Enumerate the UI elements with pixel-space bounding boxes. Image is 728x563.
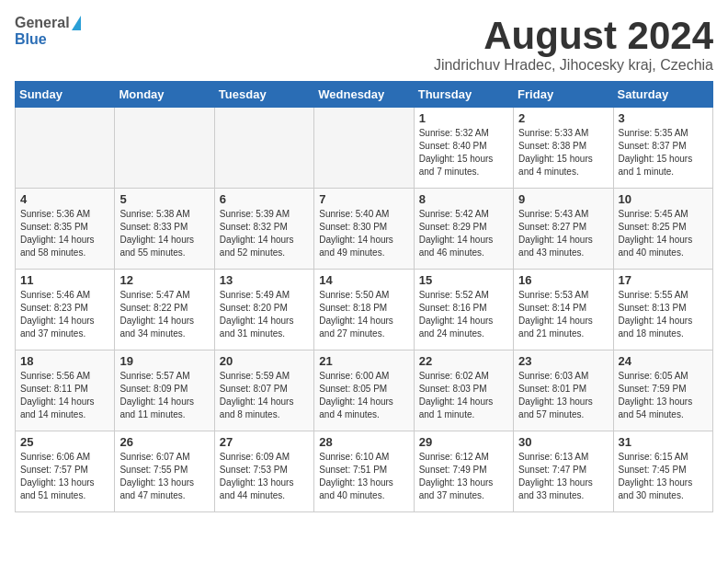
- day-number: 25: [20, 435, 109, 449]
- calendar-cell: [314, 108, 414, 189]
- calendar-cell: 8Sunrise: 5:42 AMSunset: 8:29 PMDaylight…: [414, 189, 513, 270]
- day-number: 19: [119, 354, 209, 368]
- day-info: Sunrise: 6:07 AMSunset: 7:55 PMDaylight:…: [119, 451, 209, 502]
- day-info: Sunrise: 5:40 AMSunset: 8:30 PMDaylight:…: [319, 208, 408, 259]
- day-number: 8: [419, 192, 508, 206]
- day-info: Sunrise: 5:59 AMSunset: 8:07 PMDaylight:…: [220, 370, 309, 421]
- day-number: 28: [319, 435, 408, 449]
- week-row-2: 4Sunrise: 5:36 AMSunset: 8:35 PMDaylight…: [16, 189, 713, 270]
- day-info: Sunrise: 6:02 AMSunset: 8:03 PMDaylight:…: [419, 370, 508, 421]
- calendar-cell: 13Sunrise: 5:49 AMSunset: 8:20 PMDayligh…: [214, 270, 313, 350]
- logo-general: General: [15, 15, 70, 31]
- day-info: Sunrise: 6:05 AMSunset: 7:59 PMDaylight:…: [619, 370, 708, 421]
- day-info: Sunrise: 5:42 AMSunset: 8:29 PMDaylight:…: [419, 208, 508, 259]
- day-header-friday: Friday: [514, 82, 613, 108]
- day-number: 24: [619, 354, 708, 368]
- day-number: 29: [419, 435, 508, 449]
- logo-triangle-icon: [72, 16, 81, 30]
- day-number: 14: [319, 273, 408, 287]
- page-header: General Blue August 2024 Jindrichuv Hrad…: [15, 15, 713, 74]
- day-number: 18: [20, 354, 109, 368]
- week-row-4: 18Sunrise: 5:56 AMSunset: 8:11 PMDayligh…: [16, 350, 713, 431]
- day-info: Sunrise: 5:57 AMSunset: 8:09 PMDaylight:…: [119, 370, 209, 421]
- day-info: Sunrise: 6:15 AMSunset: 7:45 PMDaylight:…: [619, 451, 708, 502]
- day-info: Sunrise: 5:45 AMSunset: 8:25 PMDaylight:…: [619, 208, 708, 259]
- calendar-cell: 9Sunrise: 5:43 AMSunset: 8:27 PMDaylight…: [514, 189, 613, 270]
- calendar-cell: 3Sunrise: 5:35 AMSunset: 8:37 PMDaylight…: [613, 108, 712, 189]
- day-number: 16: [518, 273, 608, 287]
- day-info: Sunrise: 5:39 AMSunset: 8:32 PMDaylight:…: [220, 208, 309, 259]
- week-row-1: 1Sunrise: 5:32 AMSunset: 8:40 PMDaylight…: [16, 108, 713, 189]
- calendar-cell: 31Sunrise: 6:15 AMSunset: 7:45 PMDayligh…: [613, 431, 712, 512]
- calendar-cell: 12Sunrise: 5:47 AMSunset: 8:22 PMDayligh…: [115, 270, 214, 350]
- calendar-cell: 1Sunrise: 5:32 AMSunset: 8:40 PMDaylight…: [414, 108, 513, 189]
- day-info: Sunrise: 6:03 AMSunset: 8:01 PMDaylight:…: [518, 370, 608, 421]
- day-header-tuesday: Tuesday: [214, 82, 313, 108]
- day-number: 21: [319, 354, 408, 368]
- day-info: Sunrise: 5:43 AMSunset: 8:27 PMDaylight:…: [518, 208, 608, 259]
- day-number: 9: [518, 192, 608, 206]
- calendar-cell: 4Sunrise: 5:36 AMSunset: 8:35 PMDaylight…: [16, 189, 115, 270]
- calendar-cell: 25Sunrise: 6:06 AMSunset: 7:57 PMDayligh…: [16, 431, 115, 512]
- calendar-cell: 30Sunrise: 6:13 AMSunset: 7:47 PMDayligh…: [514, 431, 613, 512]
- day-number: 31: [619, 435, 708, 449]
- day-number: 10: [619, 192, 708, 206]
- week-row-5: 25Sunrise: 6:06 AMSunset: 7:57 PMDayligh…: [16, 431, 713, 512]
- title-block: August 2024 Jindrichuv Hradec, Jihocesky…: [434, 15, 713, 74]
- calendar-cell: 24Sunrise: 6:05 AMSunset: 7:59 PMDayligh…: [613, 350, 712, 431]
- day-number: 3: [619, 111, 708, 125]
- week-row-3: 11Sunrise: 5:46 AMSunset: 8:23 PMDayligh…: [16, 270, 713, 350]
- calendar-cell: 29Sunrise: 6:12 AMSunset: 7:49 PMDayligh…: [414, 431, 513, 512]
- calendar-cell: 7Sunrise: 5:40 AMSunset: 8:30 PMDaylight…: [314, 189, 414, 270]
- calendar-cell: 27Sunrise: 6:09 AMSunset: 7:53 PMDayligh…: [214, 431, 313, 512]
- calendar-cell: [16, 108, 115, 189]
- day-header-sunday: Sunday: [16, 82, 115, 108]
- calendar-cell: 26Sunrise: 6:07 AMSunset: 7:55 PMDayligh…: [115, 431, 214, 512]
- day-number: 6: [220, 192, 309, 206]
- day-number: 2: [518, 111, 608, 125]
- day-info: Sunrise: 6:13 AMSunset: 7:47 PMDaylight:…: [518, 451, 608, 502]
- calendar-cell: 16Sunrise: 5:53 AMSunset: 8:14 PMDayligh…: [514, 270, 613, 350]
- calendar-location: Jindrichuv Hradec, Jihocesky kraj, Czech…: [434, 57, 713, 74]
- day-number: 5: [119, 192, 209, 206]
- day-number: 7: [319, 192, 408, 206]
- day-header-wednesday: Wednesday: [314, 82, 414, 108]
- day-info: Sunrise: 5:50 AMSunset: 8:18 PMDaylight:…: [319, 289, 408, 340]
- day-number: 30: [518, 435, 608, 449]
- calendar-cell: [214, 108, 313, 189]
- calendar-cell: 22Sunrise: 6:02 AMSunset: 8:03 PMDayligh…: [414, 350, 513, 431]
- calendar-cell: 6Sunrise: 5:39 AMSunset: 8:32 PMDaylight…: [214, 189, 313, 270]
- day-info: Sunrise: 6:09 AMSunset: 7:53 PMDaylight:…: [220, 451, 309, 502]
- day-info: Sunrise: 5:56 AMSunset: 8:11 PMDaylight:…: [20, 370, 109, 421]
- calendar-cell: 18Sunrise: 5:56 AMSunset: 8:11 PMDayligh…: [16, 350, 115, 431]
- calendar-cell: [115, 108, 214, 189]
- day-info: Sunrise: 5:47 AMSunset: 8:22 PMDaylight:…: [119, 289, 209, 340]
- calendar-cell: 23Sunrise: 6:03 AMSunset: 8:01 PMDayligh…: [514, 350, 613, 431]
- day-number: 20: [220, 354, 309, 368]
- day-header-saturday: Saturday: [613, 82, 712, 108]
- day-number: 26: [119, 435, 209, 449]
- calendar-cell: 11Sunrise: 5:46 AMSunset: 8:23 PMDayligh…: [16, 270, 115, 350]
- day-number: 22: [419, 354, 508, 368]
- day-number: 17: [619, 273, 708, 287]
- day-number: 15: [419, 273, 508, 287]
- day-number: 13: [220, 273, 309, 287]
- day-info: Sunrise: 5:33 AMSunset: 8:38 PMDaylight:…: [518, 127, 608, 178]
- day-info: Sunrise: 5:38 AMSunset: 8:33 PMDaylight:…: [119, 208, 209, 259]
- calendar-cell: 14Sunrise: 5:50 AMSunset: 8:18 PMDayligh…: [314, 270, 414, 350]
- calendar-cell: 15Sunrise: 5:52 AMSunset: 8:16 PMDayligh…: [414, 270, 513, 350]
- calendar-title: August 2024: [434, 15, 713, 57]
- calendar-table: SundayMondayTuesdayWednesdayThursdayFrid…: [15, 81, 713, 512]
- day-number: 27: [220, 435, 309, 449]
- logo: General Blue: [15, 15, 81, 48]
- day-info: Sunrise: 6:06 AMSunset: 7:57 PMDaylight:…: [20, 451, 109, 502]
- calendar-cell: 2Sunrise: 5:33 AMSunset: 8:38 PMDaylight…: [514, 108, 613, 189]
- calendar-cell: 5Sunrise: 5:38 AMSunset: 8:33 PMDaylight…: [115, 189, 214, 270]
- calendar-cell: 28Sunrise: 6:10 AMSunset: 7:51 PMDayligh…: [314, 431, 414, 512]
- day-header-thursday: Thursday: [414, 82, 513, 108]
- day-info: Sunrise: 6:00 AMSunset: 8:05 PMDaylight:…: [319, 370, 408, 421]
- day-info: Sunrise: 5:53 AMSunset: 8:14 PMDaylight:…: [518, 289, 608, 340]
- logo-blue: Blue: [15, 31, 47, 48]
- day-number: 12: [119, 273, 209, 287]
- day-info: Sunrise: 6:10 AMSunset: 7:51 PMDaylight:…: [319, 451, 408, 502]
